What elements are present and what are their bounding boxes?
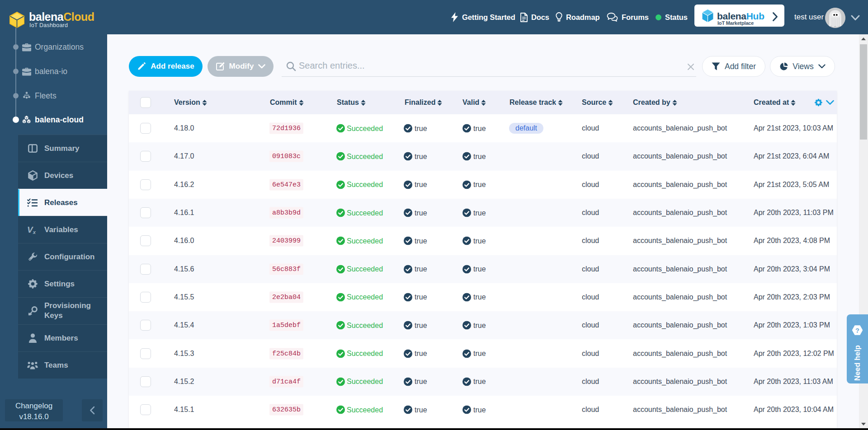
svg-text:?: ? <box>855 327 859 334</box>
svg-text:Need help: Need help <box>853 345 861 381</box>
svg-text:V: V <box>27 225 33 234</box>
svg-text:x: x <box>33 229 36 234</box>
